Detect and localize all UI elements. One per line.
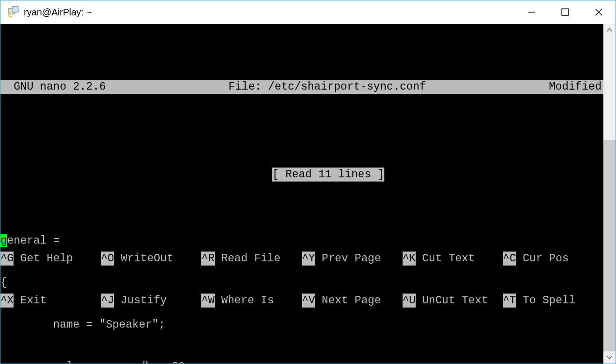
- shortcut-label: Read File: [215, 252, 281, 266]
- shortcut-key: ^O: [101, 252, 114, 266]
- window-controls: [515, 0, 616, 24]
- shortcut-key: ^R: [201, 252, 214, 266]
- shortcut-label: Where Is: [215, 294, 274, 308]
- shortcut-item: ^J Justify: [101, 294, 201, 308]
- terminal[interactable]: GNU nano 2.2.6 File: /etc/shairport-sync…: [0, 24, 603, 364]
- nano-file-label: File: /etc/shairport-sync.conf: [106, 80, 549, 94]
- close-button[interactable]: [582, 0, 616, 24]
- shortcut-item: ^T To Spell: [503, 294, 603, 308]
- shortcut-label: Next Page: [315, 294, 381, 308]
- shortcut-key: ^J: [101, 294, 114, 308]
- shortcut-label: UnCut Text: [416, 294, 488, 308]
- shortcut-key: ^U: [403, 294, 416, 308]
- maximize-button[interactable]: [548, 0, 582, 24]
- shortcut-label: Cur Pos: [516, 252, 569, 266]
- app-icon: [7, 6, 20, 19]
- shortcut-key: ^Y: [302, 252, 315, 266]
- shortcut-key: ^V: [302, 294, 315, 308]
- shortcut-label: Justify: [114, 294, 167, 308]
- shortcut-key: ^K: [403, 252, 416, 266]
- minimize-button[interactable]: [515, 0, 548, 24]
- svg-line-2: [8, 15, 12, 17]
- client-area: GNU nano 2.2.6 File: /etc/shairport-sync…: [0, 24, 616, 364]
- shortcut-label: Exit: [14, 294, 47, 308]
- scrollbar[interactable]: [603, 24, 616, 364]
- shortcut-item: ^W Where Is: [201, 294, 302, 308]
- shortcut-item: ^C Cur Pos: [503, 252, 603, 266]
- status-message: [ Read 11 lines ]: [272, 168, 384, 182]
- svg-rect-4: [562, 9, 568, 15]
- shortcut-key: ^X: [0, 294, 14, 308]
- status-row: [ Read 11 lines ]: [0, 154, 603, 196]
- shortcut-label: Get Help: [14, 252, 73, 266]
- shortcut-key: ^G: [0, 252, 14, 266]
- shortcut-key: ^C: [503, 252, 516, 266]
- scroll-thumb[interactable]: [603, 140, 616, 351]
- shortcut-item: ^O WriteOut: [101, 252, 201, 266]
- scroll-up-button[interactable]: [603, 24, 616, 36]
- nano-app-name: GNU nano 2.2.6: [0, 80, 106, 94]
- shortcut-item: ^G Get Help: [0, 252, 101, 266]
- shortcut-key: ^T: [503, 294, 516, 308]
- nano-header: GNU nano 2.2.6 File: /etc/shairport-sync…: [0, 80, 603, 94]
- scroll-down-button[interactable]: [603, 351, 616, 364]
- shortcut-item: ^U UnCut Text: [403, 294, 503, 308]
- shortcut-item: ^R Read File: [201, 252, 302, 266]
- shortcut-label: WriteOut: [114, 252, 173, 266]
- nano-modified: Modified: [549, 80, 603, 94]
- window-titlebar: ryan@AirPlay: ~: [0, 0, 616, 24]
- scroll-track[interactable]: [603, 36, 616, 351]
- shortcut-label: To Spell: [516, 294, 575, 308]
- shortcut-item: ^Y Prev Page: [302, 252, 403, 266]
- shortcut-item: ^K Cut Text: [403, 252, 503, 266]
- window-title: ryan@AirPlay: ~: [24, 7, 515, 18]
- svg-rect-1: [12, 7, 18, 12]
- shortcut-bar: ^G Get Help^O WriteOut^R Read File^Y Pre…: [0, 224, 603, 336]
- shortcut-item: ^X Exit: [0, 294, 101, 308]
- shortcut-key: ^W: [201, 294, 214, 308]
- shortcut-label: Prev Page: [315, 252, 381, 266]
- shortcut-label: Cut Text: [416, 252, 475, 266]
- shortcut-item: ^V Next Page: [302, 294, 403, 308]
